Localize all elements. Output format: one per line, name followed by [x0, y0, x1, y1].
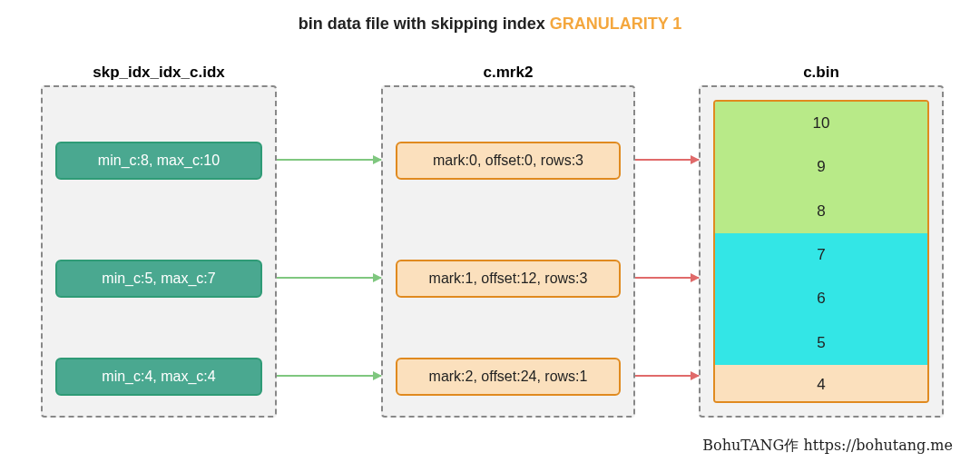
bin-value: 8 — [817, 202, 825, 221]
arrow-idx-to-mrk — [277, 277, 381, 279]
bin-value: 7 — [817, 246, 825, 264]
panel-bin: 10987654 — [699, 85, 944, 418]
bin-segment: 765 — [715, 233, 927, 365]
bin-segment: 4 — [715, 365, 927, 403]
panel-mrk: mark:0, offset:0, rows:3mark:1, offset:1… — [381, 85, 635, 418]
bin-value: 6 — [817, 290, 825, 308]
arrow-idx-to-mrk — [277, 159, 381, 161]
mrk-entry: mark:0, offset:0, rows:3 — [396, 142, 621, 180]
panel-idx: min_c:8, max_c:10min_c:5, max_c:7min_c:4… — [41, 85, 277, 418]
col-label-bin: c.bin — [699, 64, 944, 82]
mrk-entry: mark:2, offset:24, rows:1 — [396, 358, 621, 396]
arrow-mrk-to-bin — [635, 375, 699, 377]
bin-value: 9 — [817, 158, 825, 176]
title-highlight: GRANULARITY 1 — [550, 15, 682, 33]
credit: BohuTANG作 https://bohutang.me — [702, 437, 953, 456]
idx-entry: min_c:5, max_c:7 — [55, 260, 262, 298]
idx-entry: min_c:8, max_c:10 — [55, 142, 262, 180]
idx-entry: min_c:4, max_c:4 — [55, 358, 262, 396]
bin-value: 4 — [817, 376, 825, 394]
col-label-idx: skp_idx_idx_c.idx — [41, 64, 277, 82]
arrow-idx-to-mrk — [277, 375, 381, 377]
arrow-mrk-to-bin — [635, 277, 699, 279]
mrk-entry: mark:1, offset:12, rows:3 — [396, 260, 621, 298]
bin-inner: 10987654 — [713, 100, 929, 403]
bin-value: 10 — [813, 114, 830, 133]
diagram-title: bin data file with skipping index GRANUL… — [0, 15, 980, 34]
bin-value: 5 — [817, 334, 825, 352]
col-label-mrk: c.mrk2 — [381, 64, 635, 82]
bin-segment: 1098 — [715, 102, 927, 233]
title-prefix: bin data file with skipping index — [299, 15, 550, 33]
arrow-mrk-to-bin — [635, 159, 699, 161]
